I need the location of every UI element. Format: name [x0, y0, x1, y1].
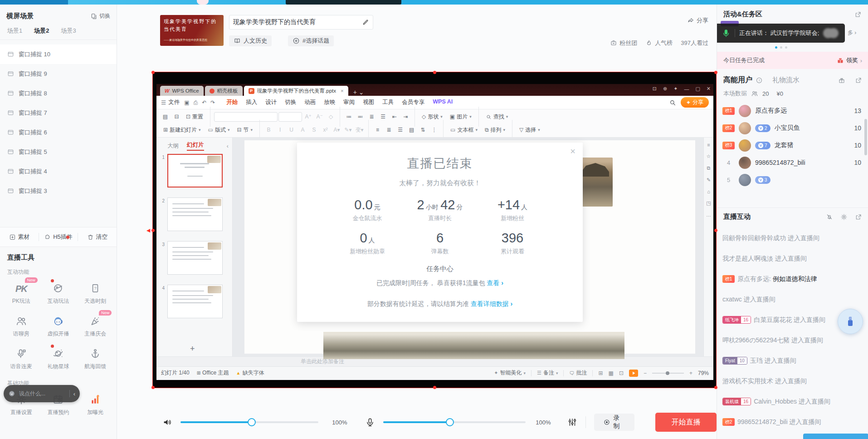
tool-item[interactable]: New 主播庆会 [77, 313, 114, 338]
danmu-input[interactable] [19, 390, 66, 397]
capture-source-item[interactable]: 窗口捕捉 6 [0, 123, 117, 142]
add-material-button[interactable]: 素材 [0, 233, 39, 241]
capture-source-item[interactable]: 窗口捕捉 8 [0, 84, 117, 103]
category-chip[interactable]: 人文历史 [229, 35, 272, 46]
wps-menu-item[interactable]: 设计 [261, 97, 281, 108]
ribbon-icon-button[interactable]: B [263, 125, 274, 135]
ribbon-button[interactable]: ▣图片▾ [447, 112, 475, 122]
wps-document-tab[interactable]: P现象学美学视野下的当代美育.pptx× [244, 86, 348, 96]
add-slide-button[interactable]: + [190, 344, 195, 354]
ribbon-icon-button[interactable]: U [286, 125, 297, 135]
close-icon[interactable]: × [341, 88, 344, 94]
more-speakers-link[interactable]: 多 › [848, 29, 856, 37]
wps-menu-item[interactable]: 视图 [359, 97, 378, 108]
search-icon[interactable] [669, 99, 676, 106]
smiley-icon[interactable] [8, 390, 15, 397]
ribbon-icon-button[interactable]: I [275, 125, 285, 135]
capture-source-item[interactable]: 窗口捕捉 5 [0, 142, 117, 162]
chat-message[interactable]: Flyat10玉珰 进入直播间 [717, 350, 868, 371]
fan-club-link[interactable]: 粉丝团 [610, 39, 637, 47]
wps-file-menu[interactable]: ☰文件 [161, 99, 180, 106]
panel-tab[interactable]: 幻灯片 [187, 141, 204, 151]
start-live-button[interactable]: 开始直播 [655, 413, 717, 432]
popout-icon[interactable] [855, 77, 862, 84]
ribbon-icon-button[interactable]: ▤ [406, 125, 417, 135]
wps-menu-item[interactable]: 放映 [320, 97, 339, 108]
room-title-input[interactable] [233, 19, 362, 26]
topic-chip[interactable]: #选择话题 [288, 35, 334, 46]
tool-item[interactable]: 语音连麦 [3, 346, 40, 370]
zoom-in-button[interactable]: + [689, 370, 692, 376]
chat-message[interactable]: 回顧骨幹回顧骨幹成功 进入直播间 [717, 228, 868, 248]
tool-item[interactable]: 加曝光 [77, 392, 114, 416]
room-cover-image[interactable]: 现象学美学视野下的 当代美育 ——兼论珞珈美学传统中的美育思想 [160, 15, 224, 46]
maximize-icon[interactable]: ▢ [695, 86, 700, 92]
tool-item[interactable]: 虚拟开播 [40, 313, 77, 338]
close-icon[interactable]: ✕ [707, 86, 711, 92]
view-mode-icon[interactable]: ⊞ [598, 370, 603, 376]
ribbon-button[interactable]: ▭版式▾ [205, 125, 233, 135]
ribbon-icon-button[interactable]: ≕ [355, 112, 366, 122]
slide-thumbnail[interactable]: 1 [156, 154, 233, 187]
quick-action-icon[interactable]: ⎙ [194, 99, 198, 106]
ribbon-icon-button[interactable]: ⇅ [418, 125, 428, 135]
ribbon-icon-button[interactable]: ⋮ [429, 125, 439, 135]
mic-icon[interactable] [365, 417, 375, 427]
quick-action-icon[interactable]: ↶ [202, 99, 206, 106]
ribbon-icon-button[interactable]: A⁺ [303, 112, 313, 122]
wps-document-tab[interactable]: 稻壳模板 [205, 86, 243, 96]
ribbon-input[interactable] [278, 112, 302, 122]
theme-icon[interactable]: ✦ [673, 86, 678, 92]
chat-message[interactable]: 我才是超人啊魂淡 进入直播间 [717, 248, 868, 269]
tool-item[interactable]: ? 天选时刻 [77, 281, 114, 305]
scene-tab[interactable]: 场景2 [34, 27, 49, 35]
play-slideshow-button[interactable] [629, 370, 638, 377]
view-detail-link[interactable]: 查看详细数据 › [471, 300, 513, 307]
preview-canvas[interactable]: ◀ WWPS Office稻壳模板P现象学美学视野下的当代美育.pptx×+ ⌄… [152, 72, 717, 388]
ribbon-icon-button[interactable]: A▾ [332, 125, 342, 135]
chat-message[interactable]: 游戏机不实用技术 进入直播间 [717, 371, 868, 391]
slide-thumbnail[interactable]: 2 [156, 197, 233, 231]
status-tool[interactable]: 🗨批注 [569, 369, 587, 377]
view-mode-icon[interactable]: ⊡ [619, 370, 624, 376]
ribbon-icon-button[interactable]: A⁻ [314, 112, 325, 122]
ribbon-input[interactable] [214, 112, 278, 122]
tool-item[interactable]: PK New PK玩法 [3, 281, 40, 305]
panel-tab[interactable]: 大纲 [167, 142, 179, 150]
ribbon-button[interactable]: ⊟节▾ [234, 125, 256, 135]
power-user-row[interactable]: 榜1 原点有多远 13 [717, 102, 868, 119]
record-button[interactable]: 录制 [594, 414, 634, 431]
speaker-volume-knob[interactable] [248, 418, 256, 426]
capture-source-item[interactable]: 窗口捕捉 4 [0, 162, 117, 181]
capture-source-item[interactable]: 窗口捕捉 9 [0, 64, 117, 84]
ribbon-icon-button[interactable]: ≡ [372, 125, 383, 135]
ribbon-icon-button[interactable]: 变▾ [354, 125, 365, 135]
ribbon-button[interactable]: ⧉排列▾ [482, 125, 508, 135]
quick-action-icon[interactable]: ▣ [184, 99, 189, 106]
status-item[interactable]: ⊞Office 主题 [197, 369, 229, 377]
h5-plugin-button[interactable]: H5插件 [39, 233, 78, 241]
quick-action-icon[interactable]: ↷ [210, 99, 215, 106]
claim-reward-button[interactable]: 领奖› [837, 56, 862, 64]
gift-box-icon[interactable] [838, 77, 845, 84]
ribbon-button[interactable]: ⊡重置 [183, 112, 206, 122]
wps-menu-item[interactable]: 审阅 [339, 97, 359, 108]
status-item[interactable]: 幻灯片 1/40 [161, 369, 190, 377]
scrollbar[interactable] [864, 119, 867, 155]
wps-menu-item[interactable]: 会员专享 [398, 97, 429, 108]
capture-source-item[interactable]: 窗口捕捉 3 [0, 181, 117, 201]
usb-overlay-icon[interactable] [838, 309, 863, 334]
wps-share-button[interactable]: ✦分享 [681, 97, 709, 108]
popout-icon[interactable] [854, 11, 862, 18]
popularity-rank-link[interactable]: 人气榜 [645, 39, 673, 47]
collapse-panel-button[interactable]: ‹ [227, 143, 229, 149]
clear-sources-button[interactable]: 清空 [78, 233, 117, 241]
chat-message[interactable]: cxatwc 进入直播间 [717, 289, 868, 310]
tool-item[interactable]: 互动玩法 [40, 281, 77, 305]
status-item[interactable]: ▲缺失字体 [236, 369, 264, 377]
speaker-volume-slider[interactable] [180, 421, 318, 423]
ribbon-icon-button[interactable]: ☰ [395, 125, 405, 135]
chat-message[interactable]: 榜299865214872_bili 进入直播间 [717, 412, 868, 432]
minimize-icon[interactable]: — [684, 86, 689, 92]
tool-item[interactable]: 航海回馈 [77, 346, 114, 370]
